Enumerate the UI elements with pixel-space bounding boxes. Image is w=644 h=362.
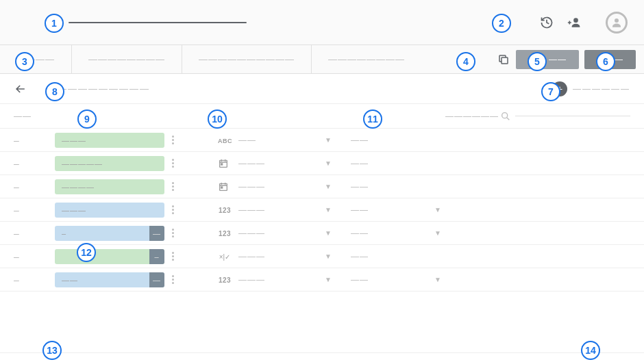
default-caret-icon[interactable]: ▼ <box>434 276 441 283</box>
toolbar: ———— ———————— —————————— ———————— —— —— … <box>0 45 644 74</box>
type-icon: 123 <box>218 229 232 237</box>
col-search[interactable] <box>500 111 630 122</box>
preview-button[interactable]: —— —— <box>516 50 579 69</box>
bottom-bar: ——— –/—— <box>0 353 644 362</box>
tab-2[interactable]: ———————— <box>72 45 182 74</box>
chip-end-icon: — <box>149 272 164 287</box>
chip-label: ———— <box>62 183 95 191</box>
table-row[interactable]: – –— 123 ——— ▼ —— ▼ <box>0 222 644 245</box>
row-default: ▼ <box>434 276 630 283</box>
add-person-icon[interactable] <box>567 16 581 29</box>
row-index: – <box>14 135 55 146</box>
chip-label: —— <box>62 276 78 284</box>
row-name[interactable]: – <box>55 249 164 264</box>
row-more-icon[interactable] <box>164 252 181 261</box>
type-icon: ×|✓ <box>218 253 232 261</box>
type-label: —— <box>238 135 318 145</box>
svg-rect-5 <box>221 164 223 165</box>
row-type[interactable]: ×|✓ ——— ▼ <box>181 252 332 261</box>
table-row[interactable]: – ————— ——— ▼ —— <box>0 152 644 175</box>
row-type[interactable]: ——— ▼ <box>181 181 332 192</box>
row-opt: —— <box>332 135 434 145</box>
row-index: – <box>14 158 55 169</box>
type-label: ——— <box>238 252 318 261</box>
table-row[interactable]: – ——— ABC —— ▼ —— <box>0 129 644 152</box>
type-label: ——— <box>238 229 318 238</box>
visualize-button[interactable]: ——— <box>584 50 636 69</box>
row-name[interactable]: ————— <box>55 156 164 171</box>
row-type[interactable]: ——— ▼ <box>181 158 332 169</box>
row-more-icon[interactable] <box>164 182 181 191</box>
svg-rect-2 <box>501 57 508 64</box>
back-arrow-icon[interactable] <box>14 82 27 96</box>
row-type[interactable]: 123 ——— ▼ <box>181 205 332 215</box>
add-field[interactable]: + —————— <box>552 81 630 96</box>
row-name[interactable]: ——— <box>55 203 164 218</box>
row-more-icon[interactable] <box>164 229 181 237</box>
type-label: ——— <box>238 182 318 192</box>
copy-icon[interactable] <box>497 53 510 66</box>
table-row[interactable]: – – ×|✓ ——— ▼ —— <box>0 245 644 268</box>
chevron-down-icon: ▼ <box>325 206 332 214</box>
row-default: ▼ <box>434 206 630 214</box>
subheader: ————————— + —————— <box>0 74 644 104</box>
table-row[interactable]: – ——— 123 ——— ▼ —— ▼ <box>0 268 644 292</box>
avatar[interactable] <box>606 12 628 34</box>
tab-1[interactable]: ———— <box>0 45 72 74</box>
row-default: ▼ <box>434 229 630 237</box>
default-caret-icon[interactable]: ▼ <box>434 206 441 214</box>
rows-gap <box>0 292 644 353</box>
field-chip[interactable]: ———— <box>55 179 164 194</box>
row-name[interactable]: ——— <box>55 133 164 148</box>
field-chip[interactable]: –— <box>55 226 164 241</box>
field-chip[interactable]: ——— <box>55 272 164 287</box>
row-index: – <box>14 181 55 192</box>
chip-end-icon: – <box>149 249 164 264</box>
table-row[interactable]: – ——— 123 ——— ▼ —— ▼ <box>0 198 644 222</box>
type-icon: 123 <box>218 276 232 284</box>
row-type[interactable]: ABC —— ▼ <box>181 135 332 145</box>
col-index: —— <box>14 112 55 121</box>
chip-label: – <box>62 229 66 237</box>
plus-icon: + <box>552 81 567 96</box>
row-type[interactable]: 123 ——— ▼ <box>181 229 332 238</box>
row-more-icon[interactable] <box>164 159 181 168</box>
chevron-down-icon: ▼ <box>325 183 332 190</box>
row-more-icon[interactable] <box>164 205 181 214</box>
type-icon <box>218 158 232 169</box>
default-caret-icon[interactable]: ▼ <box>434 229 441 237</box>
row-index: – <box>14 274 55 285</box>
field-chip[interactable]: ————— <box>55 156 164 171</box>
chip-end-icon: — <box>149 226 164 241</box>
row-more-icon[interactable] <box>164 275 181 284</box>
table-row[interactable]: – ———— ——— ▼ —— <box>0 175 644 198</box>
row-more-icon[interactable] <box>164 135 181 144</box>
history-icon[interactable] <box>540 16 554 29</box>
field-chip[interactable]: ——— <box>55 203 164 218</box>
svg-point-0 <box>573 18 578 23</box>
row-index: – <box>14 205 55 216</box>
row-name[interactable]: ———— <box>55 179 164 194</box>
field-chip[interactable]: – <box>55 249 164 264</box>
row-name[interactable]: –— <box>55 226 164 241</box>
field-chip[interactable]: ——— <box>55 133 164 148</box>
type-icon: 123 <box>218 206 232 214</box>
subheader-title: ————————— <box>58 83 150 94</box>
chip-label: ————— <box>62 159 103 168</box>
field-rows: – ——— ABC —— ▼ —— – ————— ——— ▼ —— – ———… <box>0 129 644 292</box>
type-label: ——— <box>238 205 318 215</box>
tab-3[interactable]: —————————— <box>182 45 312 74</box>
svg-point-1 <box>615 18 619 23</box>
row-index: – <box>14 228 55 239</box>
topbar-actions <box>540 12 628 34</box>
row-opt: —— <box>332 229 434 238</box>
page-title <box>69 22 247 23</box>
toolbar-right: —— —— ——— <box>497 50 644 69</box>
search-input[interactable] <box>515 116 630 116</box>
tab-4: ———————— <box>312 45 497 74</box>
add-label: —————— <box>573 84 630 94</box>
type-icon <box>218 181 232 192</box>
chevron-down-icon: ▼ <box>325 136 332 144</box>
row-name[interactable]: ——— <box>55 272 164 287</box>
row-type[interactable]: 123 ——— ▼ <box>181 275 332 285</box>
